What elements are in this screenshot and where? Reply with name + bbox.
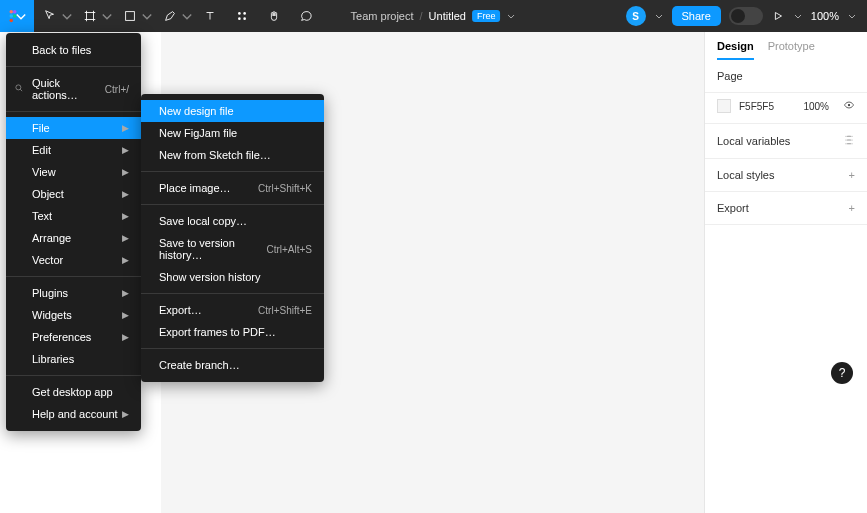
figma-menu-button[interactable] (0, 0, 34, 32)
export-label: Export (717, 202, 749, 214)
plus-icon[interactable]: + (849, 169, 855, 181)
local-styles-label: Local styles (717, 169, 774, 181)
menu-get-desktop-app[interactable]: Get desktop app (6, 381, 141, 403)
visibility-toggle[interactable] (843, 99, 855, 113)
chevron-down-icon[interactable] (506, 11, 516, 21)
svg-rect-4 (10, 19, 14, 23)
menu-preferences[interactable]: Preferences▶ (6, 326, 141, 348)
help-button[interactable]: ? (831, 362, 853, 384)
file-submenu: New design fileNew FigJam fileNew from S… (141, 94, 324, 382)
chevron-right-icon: ▶ (122, 189, 129, 199)
share-button[interactable]: Share (672, 6, 721, 26)
menu-item-label: Libraries (32, 353, 74, 365)
file-menu-save-to-version-history-[interactable]: Save to version history…Ctrl+Alt+S (141, 232, 324, 266)
rectangle-icon (123, 9, 137, 23)
file-menu-create-branch-[interactable]: Create branch… (141, 354, 324, 376)
chevron-down-icon[interactable] (654, 11, 664, 21)
menu-arrange[interactable]: Arrange▶ (6, 227, 141, 249)
settings-icon[interactable] (843, 134, 855, 148)
menu-item-label: Widgets (32, 309, 72, 321)
comment-tool[interactable] (290, 0, 322, 32)
menu-item-label: Export frames to PDF… (159, 326, 276, 338)
tab-prototype[interactable]: Prototype (768, 40, 815, 60)
file-menu-export-[interactable]: Export…Ctrl+Shift+E (141, 299, 324, 321)
menu-help-and-account[interactable]: Help and account▶ (6, 403, 141, 425)
file-menu-show-version-history[interactable]: Show version history (141, 266, 324, 288)
export-section[interactable]: Export + (705, 192, 867, 225)
menu-item-label: Plugins (32, 287, 68, 299)
menu-quick-actions[interactable]: Quick actions… Ctrl+/ (6, 72, 141, 106)
file-title[interactable]: Untitled (429, 10, 466, 22)
svg-rect-2 (10, 14, 14, 18)
resources-tool[interactable] (226, 0, 258, 32)
menu-object[interactable]: Object▶ (6, 183, 141, 205)
menu-separator (6, 111, 141, 112)
shape-tool-chevron[interactable] (140, 0, 154, 32)
project-name[interactable]: Team project (351, 10, 414, 22)
menu-back-to-files[interactable]: Back to files (6, 39, 141, 61)
menu-shortcut: Ctrl+Alt+S (266, 244, 312, 255)
file-menu-new-from-sketch-file-[interactable]: New from Sketch file… (141, 144, 324, 166)
frame-icon (83, 9, 97, 23)
chevron-right-icon: ▶ (122, 145, 129, 155)
dev-mode-toggle[interactable] (729, 7, 763, 25)
zoom-level[interactable]: 100% (811, 10, 839, 22)
menu-text[interactable]: Text▶ (6, 205, 141, 227)
frame-tool-chevron[interactable] (100, 0, 114, 32)
color-opacity[interactable]: 100% (803, 101, 829, 112)
file-menu-save-local-copy-[interactable]: Save local copy… (141, 210, 324, 232)
file-menu-place-image-[interactable]: Place image…Ctrl+Shift+K (141, 177, 324, 199)
tab-design[interactable]: Design (717, 40, 754, 60)
menu-item-label: Create branch… (159, 359, 240, 371)
move-tool-chevron[interactable] (60, 0, 74, 32)
menu-item-label: New FigJam file (159, 127, 237, 139)
file-menu-new-figjam-file[interactable]: New FigJam file (141, 122, 324, 144)
pen-tool-chevron[interactable] (180, 0, 194, 32)
chevron-down-icon[interactable] (793, 11, 803, 21)
menu-widgets[interactable]: Widgets▶ (6, 304, 141, 326)
svg-rect-5 (126, 12, 135, 21)
menu-plugins[interactable]: Plugins▶ (6, 282, 141, 304)
search-icon (14, 83, 24, 95)
top-toolbar: Team project / Untitled Free S Share 100… (0, 0, 867, 32)
menu-shortcut: Ctrl+Shift+E (258, 305, 312, 316)
file-menu-new-design-file[interactable]: New design file (141, 100, 324, 122)
chevron-down-icon[interactable] (847, 11, 857, 21)
plus-icon[interactable]: + (849, 202, 855, 214)
menu-item-label: File (32, 122, 50, 134)
local-variables-label: Local variables (717, 135, 790, 147)
chevron-right-icon: ▶ (122, 167, 129, 177)
toolbar-center: Team project / Untitled Free (351, 10, 517, 22)
hand-tool[interactable] (258, 0, 290, 32)
chevron-down-icon (180, 9, 194, 23)
menu-separator (6, 276, 141, 277)
color-hex[interactable]: F5F5F5 (739, 101, 774, 112)
chevron-right-icon: ▶ (122, 123, 129, 133)
main-menu: Back to files Quick actions… Ctrl+/ File… (6, 33, 141, 431)
present-icon[interactable] (771, 9, 785, 23)
local-styles-section[interactable]: Local styles + (705, 159, 867, 192)
svg-point-11 (16, 85, 21, 90)
cursor-icon (43, 9, 57, 23)
menu-view[interactable]: View▶ (6, 161, 141, 183)
file-menu-export-frames-to-pdf-[interactable]: Export frames to PDF… (141, 321, 324, 343)
menu-libraries[interactable]: Libraries (6, 348, 141, 370)
menu-file[interactable]: File▶ (6, 117, 141, 139)
menu-shortcut: Ctrl+Shift+K (258, 183, 312, 194)
background-color-row[interactable]: F5F5F5 100% (705, 93, 867, 124)
menu-edit[interactable]: Edit▶ (6, 139, 141, 161)
menu-separator (6, 66, 141, 67)
chevron-right-icon: ▶ (122, 255, 129, 265)
user-avatar[interactable]: S (626, 6, 646, 26)
svg-point-7 (243, 12, 246, 15)
plan-badge: Free (472, 10, 501, 22)
right-panel: Design Prototype Page F5F5F5 100% Local … (704, 32, 867, 513)
svg-point-10 (848, 104, 850, 106)
color-swatch[interactable] (717, 99, 731, 113)
menu-item-label: New design file (159, 105, 234, 117)
menu-vector[interactable]: Vector▶ (6, 249, 141, 271)
text-tool[interactable] (194, 0, 226, 32)
svg-point-6 (238, 12, 241, 15)
local-variables-section[interactable]: Local variables (705, 124, 867, 159)
svg-point-8 (238, 17, 241, 20)
